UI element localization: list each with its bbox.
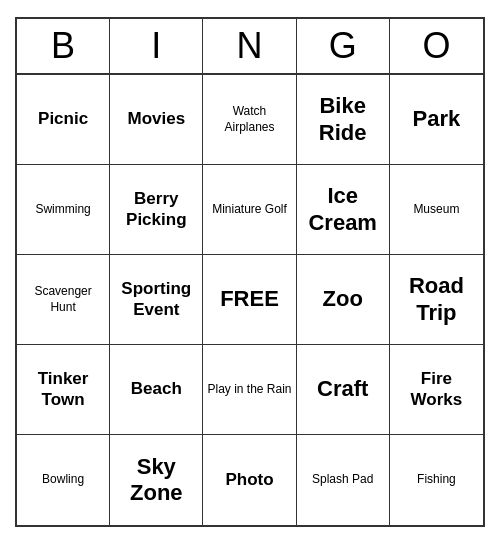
header-letter: B — [17, 19, 110, 73]
bingo-cell: FREE — [203, 255, 296, 345]
cell-label: Craft — [317, 376, 368, 402]
cell-label: Watch Airplanes — [207, 104, 291, 135]
cell-label: Play in the Rain — [207, 382, 291, 398]
header-letter: I — [110, 19, 203, 73]
cell-label: Park — [413, 106, 461, 132]
cell-label: Beach — [131, 379, 182, 399]
bingo-cell: Road Trip — [390, 255, 483, 345]
bingo-cell: Beach — [110, 345, 203, 435]
bingo-cell: Miniature Golf — [203, 165, 296, 255]
header-letter: N — [203, 19, 296, 73]
cell-label: Zoo — [323, 286, 363, 312]
cell-label: Movies — [127, 109, 185, 129]
bingo-cell: Play in the Rain — [203, 345, 296, 435]
bingo-cell: Swimming — [17, 165, 110, 255]
bingo-cell: Park — [390, 75, 483, 165]
bingo-cell: Craft — [297, 345, 390, 435]
bingo-cell: Watch Airplanes — [203, 75, 296, 165]
cell-label: Splash Pad — [312, 472, 373, 488]
cell-label: Bowling — [42, 472, 84, 488]
cell-label: Bike Ride — [301, 93, 385, 146]
bingo-cell: Picnic — [17, 75, 110, 165]
bingo-cell: Bowling — [17, 435, 110, 525]
cell-label: Sporting Event — [114, 279, 198, 320]
bingo-cell: Scavenger Hunt — [17, 255, 110, 345]
bingo-cell: Tinker Town — [17, 345, 110, 435]
cell-label: Berry Picking — [114, 189, 198, 230]
cell-label: Fishing — [417, 472, 456, 488]
cell-label: Photo — [225, 470, 273, 490]
cell-label: Scavenger Hunt — [21, 284, 105, 315]
bingo-card: BINGO PicnicMoviesWatch AirplanesBike Ri… — [15, 17, 485, 527]
bingo-cell: Zoo — [297, 255, 390, 345]
bingo-cell: Bike Ride — [297, 75, 390, 165]
cell-label: Ice Cream — [301, 183, 385, 236]
bingo-grid: PicnicMoviesWatch AirplanesBike RidePark… — [17, 75, 483, 525]
cell-label: Sky Zone — [114, 454, 198, 507]
bingo-cell: Fishing — [390, 435, 483, 525]
bingo-cell: Ice Cream — [297, 165, 390, 255]
bingo-cell: Berry Picking — [110, 165, 203, 255]
bingo-cell: Sporting Event — [110, 255, 203, 345]
cell-label: Picnic — [38, 109, 88, 129]
bingo-cell: Splash Pad — [297, 435, 390, 525]
bingo-header: BINGO — [17, 19, 483, 75]
cell-label: FREE — [220, 286, 279, 312]
bingo-cell: Sky Zone — [110, 435, 203, 525]
header-letter: O — [390, 19, 483, 73]
header-letter: G — [297, 19, 390, 73]
bingo-cell: Museum — [390, 165, 483, 255]
cell-label: Fire Works — [394, 369, 479, 410]
cell-label: Miniature Golf — [212, 202, 287, 218]
cell-label: Museum — [413, 202, 459, 218]
cell-label: Swimming — [35, 202, 90, 218]
cell-label: Tinker Town — [21, 369, 105, 410]
bingo-cell: Fire Works — [390, 345, 483, 435]
bingo-cell: Photo — [203, 435, 296, 525]
bingo-cell: Movies — [110, 75, 203, 165]
cell-label: Road Trip — [394, 273, 479, 326]
